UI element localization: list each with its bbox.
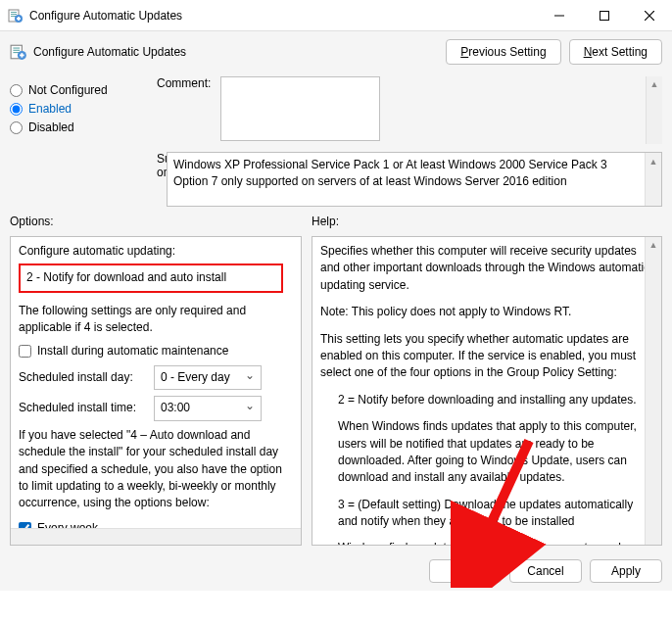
next-setting-button[interactable]: Next Setting	[569, 39, 662, 65]
ok-button[interactable]: OK	[429, 559, 502, 583]
radio-enabled-label: Enabled	[28, 102, 72, 116]
options-pane: Configure automatic updating: 2 - Notify…	[10, 236, 302, 546]
install-maint-label: Install during automatic maintenance	[37, 343, 228, 359]
auto-note-text: If you have selected "4 – Auto download …	[19, 427, 293, 512]
horizontal-scrollbar[interactable]	[11, 528, 301, 545]
svg-rect-13	[13, 50, 20, 51]
scrollbar[interactable]: ▲	[645, 153, 661, 206]
radio-not-configured-label: Not Configured	[28, 83, 108, 97]
maximize-button[interactable]	[582, 0, 627, 31]
help-p4: 2 = Notify before downloading and instal…	[320, 392, 653, 408]
supported-on-text: Windows XP Professional Service Pack 1 o…	[173, 158, 607, 188]
svg-rect-12	[13, 48, 20, 49]
radio-disabled[interactable]: Disabled	[10, 120, 137, 134]
help-p7: Windows finds updates that apply to the …	[320, 540, 653, 545]
supported-on-box: Windows XP Professional Service Pack 1 o…	[167, 152, 662, 207]
titlebar: Configure Automatic Updates	[0, 0, 672, 31]
radio-not-configured[interactable]: Not Configured	[10, 83, 137, 97]
sched-day-select[interactable]: 0 - Every day	[154, 365, 262, 390]
svg-rect-6	[17, 18, 21, 20]
updating-mode-select[interactable]: 2 - Notify for download and auto install	[19, 264, 283, 292]
sched-time-select[interactable]: 03:00	[154, 396, 262, 420]
help-p1: Specifies whether this computer will rec…	[320, 243, 653, 294]
scrollbar[interactable]: ▲	[645, 237, 661, 545]
options-label: Options:	[10, 215, 302, 228]
radio-not-configured-input[interactable]	[10, 84, 23, 97]
help-p5: When Windows finds updates that apply to…	[320, 418, 653, 487]
policy-icon	[10, 43, 27, 61]
install-maint-checkbox-row[interactable]: Install during automatic maintenance	[19, 343, 293, 359]
content-area: Not Configured Enabled Disabled Comment:…	[0, 74, 672, 551]
radio-disabled-input[interactable]	[10, 121, 23, 134]
sched-day-label: Scheduled install day:	[19, 369, 144, 386]
updating-mode-value: 2 - Notify for download and auto install	[26, 270, 226, 284]
window-title: Configure Automatic Updates	[29, 9, 537, 23]
policy-icon	[8, 8, 24, 24]
svg-rect-1	[11, 12, 17, 13]
options-heading: Configure automatic updating:	[19, 243, 293, 260]
dialog-footer: OK Cancel Apply	[0, 551, 672, 591]
sched-time-value: 03:00	[161, 401, 190, 414]
comment-label: Comment:	[157, 76, 211, 144]
minimize-button[interactable]	[537, 0, 582, 31]
svg-rect-17	[20, 54, 24, 56]
install-maint-checkbox[interactable]	[19, 345, 31, 358]
radio-enabled[interactable]: Enabled	[10, 102, 137, 116]
previous-setting-button[interactable]: Previous Setting	[446, 39, 560, 65]
svg-rect-2	[11, 14, 17, 15]
help-pane: Specifies whether this computer will rec…	[312, 236, 662, 546]
apply-button[interactable]: Apply	[590, 559, 662, 583]
subtitle: Configure Automatic Updates	[33, 45, 438, 59]
radio-disabled-label: Disabled	[28, 120, 74, 134]
help-p6: 3 = (Default setting) Download the updat…	[320, 497, 653, 531]
supported-on-label: Supported on:	[10, 152, 157, 207]
help-p2: Note: This policy does not apply to Wind…	[320, 304, 653, 320]
radio-enabled-input[interactable]	[10, 103, 23, 116]
help-p3: This setting lets you specify whether au…	[320, 331, 653, 382]
options-followup-text: The following settings are only required…	[19, 303, 293, 337]
sched-day-value: 0 - Every day	[161, 370, 230, 384]
comment-textarea[interactable]	[220, 76, 380, 141]
subheader: Configure Automatic Updates Previous Set…	[0, 31, 672, 74]
close-button[interactable]	[627, 0, 672, 31]
state-radio-group: Not Configured Enabled Disabled	[10, 74, 137, 144]
sched-time-label: Scheduled install time:	[19, 400, 144, 416]
cancel-button[interactable]: Cancel	[509, 559, 582, 583]
svg-rect-8	[600, 11, 609, 20]
help-label: Help:	[312, 215, 662, 228]
scrollbar[interactable]: ▲	[646, 76, 662, 144]
